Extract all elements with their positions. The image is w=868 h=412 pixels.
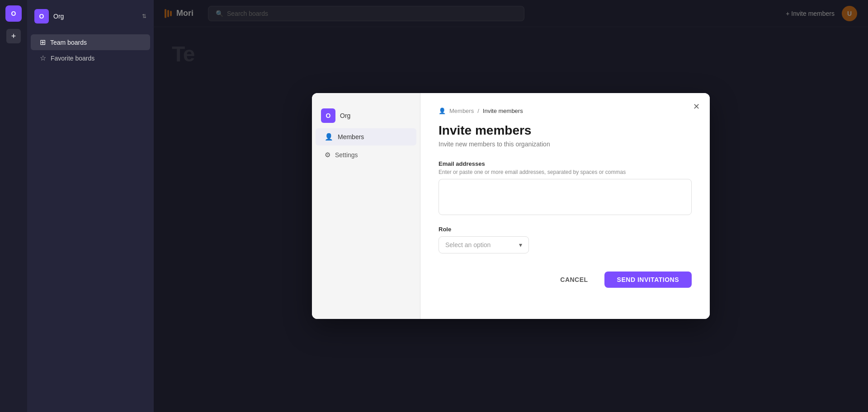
team-boards-icon: ⊞: [40, 38, 46, 47]
send-invitations-button[interactable]: SEND INVITATIONS: [604, 272, 692, 288]
narrow-sidebar: O +: [0, 0, 27, 412]
favorite-boards-icon: ☆: [40, 54, 46, 62]
modal-subtitle: Invite new members to this organization: [439, 140, 692, 148]
breadcrumb-parent: Members: [449, 108, 474, 114]
app-logo: O: [5, 5, 22, 22]
breadcrumb: 👤 Members / Invite members: [439, 108, 692, 114]
modal-nav-members[interactable]: 👤 Members: [316, 128, 416, 145]
main-sidebar: O Org ⇅ ⊞ Team boards ☆ Favorite boards: [27, 0, 154, 412]
modal-org-avatar: O: [321, 108, 335, 123]
modal-org-item[interactable]: O Org: [312, 104, 420, 127]
modal-title: Invite members: [439, 123, 692, 138]
members-nav-icon: 👤: [325, 133, 333, 141]
sidebar-nav: ⊞ Team boards ☆ Favorite boards: [27, 34, 154, 66]
modal-left-panel: O Org 👤 Members ⚙ Settings: [312, 93, 420, 319]
invite-members-modal: O Org 👤 Members ⚙ Settings ✕ 👤: [312, 93, 710, 319]
modal-right-panel: ✕ 👤 Members / Invite members Invite memb…: [420, 93, 710, 319]
breadcrumb-current: Invite members: [483, 108, 523, 114]
sidebar-item-label: Favorite boards: [51, 55, 94, 62]
main-content: Mori 🔍 Search boards + Invite members U …: [154, 0, 868, 412]
org-arrows-icon: ⇅: [142, 13, 146, 19]
breadcrumb-separator: /: [477, 108, 479, 114]
email-label: Email addresses: [439, 160, 692, 167]
members-nav-label: Members: [338, 133, 364, 140]
modal-nav-settings[interactable]: ⚙ Settings: [316, 146, 416, 164]
role-select[interactable]: Select an option ▾: [439, 236, 529, 253]
org-name: Org: [53, 13, 137, 20]
modal-org-name: Org: [340, 112, 350, 119]
sidebar-item-team-boards[interactable]: ⊞ Team boards: [31, 34, 150, 50]
chevron-down-icon: ▾: [519, 241, 522, 248]
members-breadcrumb-icon: 👤: [439, 108, 446, 114]
modal-close-button[interactable]: ✕: [690, 100, 703, 113]
sidebar-item-favorite-boards[interactable]: ☆ Favorite boards: [31, 50, 150, 66]
role-label: Role: [439, 226, 692, 233]
email-textarea[interactable]: [439, 179, 692, 215]
role-select-placeholder: Select an option: [445, 241, 491, 248]
email-hint: Enter or paste one or more email address…: [439, 169, 692, 175]
org-selector[interactable]: O Org ⇅: [27, 5, 154, 27]
settings-nav-icon: ⚙: [325, 151, 330, 159]
settings-nav-label: Settings: [335, 151, 358, 159]
org-avatar: O: [34, 9, 49, 23]
add-workspace-button[interactable]: +: [6, 29, 21, 43]
cancel-button[interactable]: CANCEL: [549, 272, 599, 288]
modal-actions: CANCEL SEND INVITATIONS: [439, 272, 692, 288]
sidebar-item-label: Team boards: [50, 39, 87, 46]
